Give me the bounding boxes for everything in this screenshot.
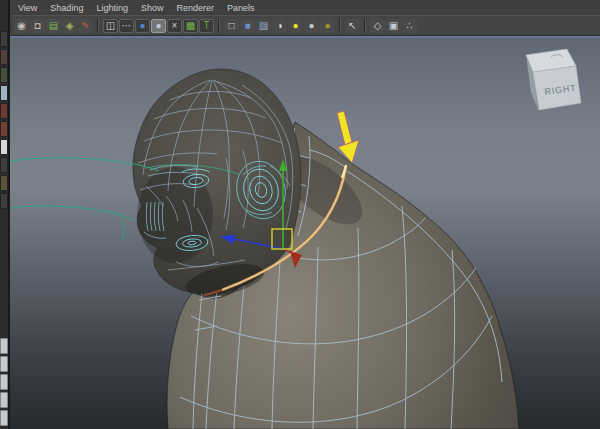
all-lights-icon[interactable]: ● bbox=[288, 19, 303, 33]
bookmarks-icon[interactable]: ▤ bbox=[46, 19, 61, 33]
menu-panels[interactable]: Panels bbox=[227, 3, 255, 13]
maya-viewport-panel: View Shading Lighting Show Renderer Pane… bbox=[0, 0, 600, 429]
x-ray-icon[interactable]: × bbox=[167, 19, 182, 33]
scale-tool-button[interactable] bbox=[0, 121, 8, 137]
select-camera-icon[interactable]: ◉ bbox=[14, 19, 29, 33]
menu-lighting[interactable]: Lighting bbox=[96, 3, 128, 13]
poly-cage-display-icon[interactable]: ◇ bbox=[370, 19, 385, 33]
viewport-canvas[interactable]: RIGHT bbox=[10, 38, 600, 429]
textured-icon[interactable]: ▩ bbox=[183, 19, 198, 33]
resolution-gate-icon[interactable]: ◫ bbox=[103, 19, 118, 33]
layout-custom-button[interactable] bbox=[0, 410, 8, 426]
menu-shading[interactable]: Shading bbox=[50, 3, 83, 13]
display-planes-icon[interactable]: ▣ bbox=[386, 19, 401, 33]
film-gate-icon[interactable]: ⋯ bbox=[119, 19, 134, 33]
universal-manip-button[interactable] bbox=[0, 139, 8, 155]
no-lights-icon[interactable]: ● bbox=[304, 19, 319, 33]
lasso-tool-button[interactable] bbox=[0, 49, 8, 65]
toolbar-separator bbox=[97, 18, 99, 33]
rotate-tool-button[interactable] bbox=[0, 103, 8, 119]
paint-select-tool-button[interactable] bbox=[0, 67, 8, 83]
soft-mod-tool-button[interactable] bbox=[0, 157, 8, 173]
node-links-icon[interactable]: ∴ bbox=[402, 19, 417, 33]
layout-persp-outliner-button[interactable] bbox=[0, 374, 8, 390]
toolbox-strip bbox=[0, 0, 10, 429]
texture-borders-icon[interactable]: T bbox=[199, 19, 214, 33]
layout-single-pane-button[interactable] bbox=[0, 338, 8, 354]
camera-attributes-icon[interactable]: ◘ bbox=[30, 19, 45, 33]
layout-shortcuts bbox=[0, 337, 8, 427]
grease-pencil-icon[interactable]: ✎ bbox=[78, 19, 93, 33]
show-manip-tool-button[interactable] bbox=[0, 175, 8, 191]
toolbar-separator bbox=[218, 18, 220, 33]
toolbar-separator bbox=[364, 18, 366, 33]
viewport-scene: RIGHT bbox=[10, 38, 600, 429]
wireframe-display-icon[interactable]: □ bbox=[224, 19, 239, 33]
select-tool-button[interactable] bbox=[0, 31, 8, 47]
smooth-shade-icon[interactable]: ● bbox=[135, 19, 150, 33]
menu-show[interactable]: Show bbox=[141, 3, 164, 13]
panel-menu-bar: View Shading Lighting Show Renderer Pane… bbox=[12, 0, 600, 15]
shaded-display-icon[interactable]: ■ bbox=[240, 19, 255, 33]
menu-renderer[interactable]: Renderer bbox=[176, 3, 214, 13]
toolbar-separator bbox=[339, 18, 341, 33]
default-material-icon[interactable]: ◑ bbox=[272, 19, 287, 33]
menu-view[interactable]: View bbox=[18, 3, 37, 13]
selected-lights-icon[interactable]: ● bbox=[320, 19, 335, 33]
layout-four-pane-button[interactable] bbox=[0, 356, 8, 372]
layout-hypergraph-button[interactable] bbox=[0, 392, 8, 408]
isolate-select-icon[interactable]: ↖ bbox=[345, 19, 360, 33]
move-tool-button[interactable] bbox=[0, 85, 8, 101]
image-plane-icon[interactable]: ◈ bbox=[62, 19, 77, 33]
last-tool-button[interactable] bbox=[0, 193, 8, 209]
panel-icon-toolbar: ◉ ◘ ▤ ◈ ✎ ◫ ⋯ ● ● × ▩ T □ ■ ▨ ◑ ● ● ● ↖ bbox=[12, 15, 600, 36]
flat-shade-icon[interactable]: ● bbox=[151, 19, 166, 33]
xray-display-icon[interactable]: ▨ bbox=[256, 19, 271, 33]
